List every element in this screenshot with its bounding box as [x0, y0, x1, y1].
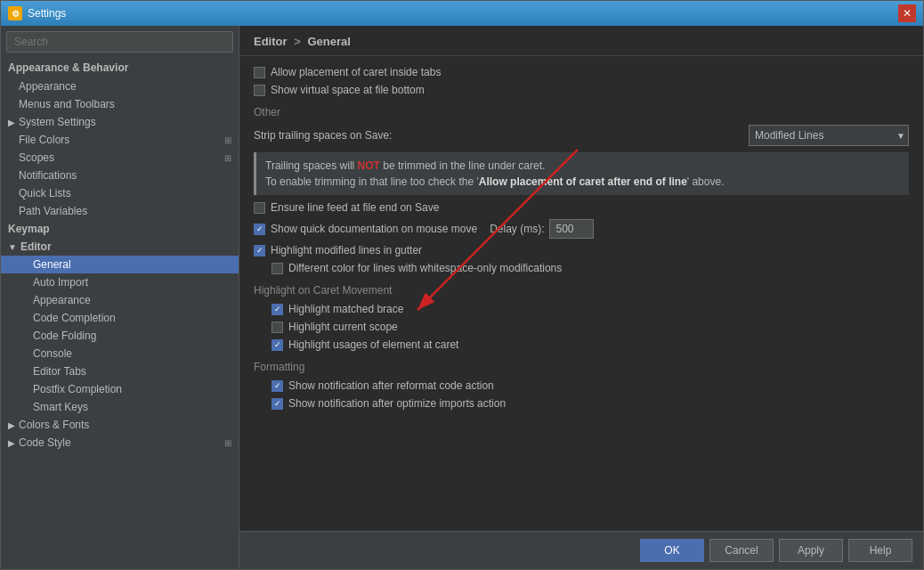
setting-show-notification-imports: Show notification after optimize imports… — [254, 395, 909, 412]
sidebar-item-editor-appearance[interactable]: Appearance — [1, 291, 239, 309]
setting-highlight-matched-brace: Highlight matched brace — [254, 300, 909, 318]
sidebar-item-code-style[interactable]: ▶Code Style ⊞ — [1, 434, 239, 452]
sidebar-item-editor-tabs[interactable]: Editor Tabs — [1, 362, 239, 380]
breadcrumb-current: General — [307, 35, 350, 48]
window-title: Settings — [28, 7, 66, 20]
checkbox-different-color[interactable] — [272, 263, 283, 274]
title-bar: ⚙ Settings ✕ — [1, 1, 923, 26]
label-show-virtual-space: Show virtual space at file bottom — [271, 84, 425, 96]
scopes-icon: ⊞ — [224, 153, 231, 163]
warning-bold-text: Allow placement of caret after end of li… — [479, 175, 687, 188]
setting-highlight-modified: Highlight modified lines in gutter — [254, 241, 909, 259]
checkbox-highlight-usages[interactable] — [272, 339, 283, 351]
label-ensure-line-feed: Ensure line feed at file end on Save — [271, 201, 439, 214]
setting-ensure-line-feed: Ensure line feed at file end on Save — [254, 199, 909, 216]
content-area: Appearance & Behavior Appearance Menus a… — [1, 26, 923, 569]
warning-line1: Trailing spaces will NOT be trimmed in t… — [265, 158, 900, 174]
main-wrapper: Editor > General Allow placement of care… — [239, 26, 923, 569]
checkbox-show-quick-doc[interactable] — [254, 224, 265, 235]
sidebar-item-colors-fonts[interactable]: ▶Colors & Fonts — [1, 416, 239, 434]
checkbox-highlight-modified[interactable] — [254, 245, 265, 256]
app-icon: ⚙ — [8, 6, 22, 20]
sidebar-item-keymap[interactable]: Keymap — [1, 220, 239, 238]
sidebar-section-appearance-behavior: Appearance & Behavior — [1, 58, 239, 77]
setting-highlight-current-scope: Highlight current scope — [254, 318, 909, 336]
sidebar-item-quick-lists[interactable]: Quick Lists — [1, 184, 239, 202]
title-bar-left: ⚙ Settings — [8, 6, 66, 20]
warning-not-text: NOT — [358, 159, 380, 172]
help-button[interactable]: Help — [848, 539, 912, 562]
sidebar-item-console[interactable]: Console — [1, 345, 239, 362]
section-formatting: Formatting — [254, 354, 909, 377]
checkbox-ensure-line-feed[interactable] — [254, 202, 265, 214]
file-colors-icon: ⊞ — [224, 135, 231, 145]
setting-different-color: Different color for lines with whitespac… — [254, 259, 909, 277]
label-highlight-current-scope: Highlight current scope — [288, 321, 398, 333]
delay-input[interactable] — [549, 219, 594, 239]
sidebar-item-menus-toolbars[interactable]: Menus and Toolbars — [1, 95, 239, 113]
label-allow-caret-inside-tabs: Allow placement of caret inside tabs — [271, 66, 441, 78]
sidebar-item-smart-keys[interactable]: Smart Keys — [1, 398, 239, 416]
setting-strip-trailing: Strip trailing spaces on Save: Modified … — [254, 122, 909, 149]
cancel-button[interactable]: Cancel — [709, 539, 774, 562]
checkbox-show-notification-imports[interactable] — [272, 398, 283, 410]
checkbox-show-virtual-space[interactable] — [254, 85, 265, 96]
delay-label: Delay (ms): — [490, 223, 544, 235]
search-input[interactable] — [6, 31, 233, 53]
label-different-color: Different color for lines with whitespac… — [288, 262, 562, 274]
section-highlight-caret: Highlight on Caret Movement — [254, 277, 909, 300]
label-strip-trailing: Strip trailing spaces on Save: — [254, 129, 392, 142]
warning-line2: To enable trimming in that line too chec… — [265, 174, 900, 190]
setting-allow-caret-inside-tabs: Allow placement of caret inside tabs — [254, 63, 909, 81]
sidebar-item-file-colors[interactable]: File Colors ⊞ — [1, 131, 239, 149]
label-highlight-modified: Highlight modified lines in gutter — [271, 244, 422, 256]
checkbox-highlight-current-scope[interactable] — [272, 322, 283, 333]
sidebar-item-editor[interactable]: ▼Editor — [1, 238, 239, 256]
close-button[interactable]: ✕ — [898, 4, 916, 22]
breadcrumb: Editor > General — [239, 26, 923, 56]
setting-show-virtual-space: Show virtual space at file bottom — [254, 81, 909, 99]
ok-button[interactable]: OK — [640, 539, 704, 562]
sidebar-item-system-settings[interactable]: ▶System Settings — [1, 113, 239, 131]
label-show-quick-doc: Show quick documentation on mouse move — [271, 223, 477, 235]
sidebar-item-notifications[interactable]: Notifications — [1, 167, 239, 184]
dropdown-strip-trailing-container: Modified Lines None All ▼ — [749, 125, 909, 146]
sidebar-item-appearance[interactable]: Appearance — [1, 77, 239, 95]
dropdown-strip-trailing[interactable]: Modified Lines None All — [749, 125, 909, 146]
setting-show-quick-doc: Show quick documentation on mouse move D… — [254, 216, 909, 241]
sidebar-item-code-folding[interactable]: Code Folding — [1, 327, 239, 345]
setting-show-notification-reformat: Show notification after reformat code ac… — [254, 377, 909, 395]
code-style-icon: ⊞ — [224, 438, 231, 448]
sidebar-item-code-completion[interactable]: Code Completion — [1, 309, 239, 327]
sidebar-item-auto-import[interactable]: Auto Import — [1, 273, 239, 291]
checkbox-highlight-matched-brace[interactable] — [272, 304, 283, 315]
warning-box: Trailing spaces will NOT be trimmed in t… — [254, 152, 909, 195]
sidebar-item-general[interactable]: General — [1, 256, 239, 273]
label-highlight-matched-brace: Highlight matched brace — [288, 303, 403, 315]
sidebar-item-postfix-completion[interactable]: Postfix Completion — [1, 380, 239, 398]
apply-button[interactable]: Apply — [779, 539, 843, 562]
setting-highlight-usages: Highlight usages of element at caret — [254, 336, 909, 354]
breadcrumb-separator: > — [294, 35, 304, 48]
section-other: Other — [254, 99, 909, 122]
label-highlight-usages: Highlight usages of element at caret — [288, 338, 458, 351]
breadcrumb-path: Editor — [254, 35, 288, 48]
bottom-bar: OK Cancel Apply Help — [239, 531, 923, 569]
settings-window: ⚙ Settings ✕ Appearance & Behavior Appea… — [0, 0, 924, 570]
settings-panel: Allow placement of caret inside tabs Sho… — [239, 56, 923, 531]
checkbox-allow-caret-inside-tabs[interactable] — [254, 67, 265, 78]
sidebar: Appearance & Behavior Appearance Menus a… — [1, 26, 239, 569]
sidebar-item-scopes[interactable]: Scopes ⊞ — [1, 149, 239, 167]
label-show-notification-imports: Show notification after optimize imports… — [288, 397, 506, 410]
sidebar-item-path-variables[interactable]: Path Variables — [1, 202, 239, 220]
label-show-notification-reformat: Show notification after reformat code ac… — [288, 379, 494, 392]
checkbox-show-notification-reformat[interactable] — [272, 380, 283, 392]
